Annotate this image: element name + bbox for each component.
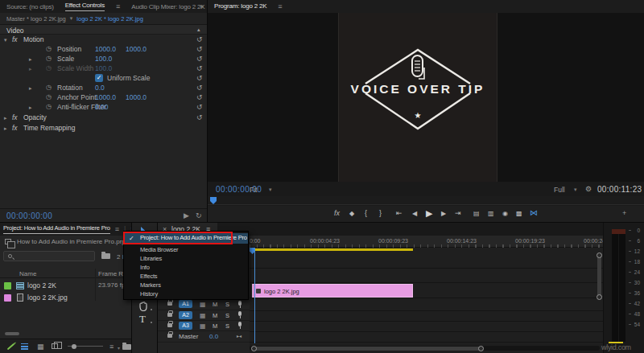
multicam-toggle-button[interactable]: ⋈ — [530, 208, 538, 217]
hand-tool[interactable] — [138, 301, 149, 311]
stopwatch-icon[interactable]: ◷ — [46, 93, 52, 101]
zoom-level-select[interactable]: Fit — [250, 186, 257, 194]
zoom-scrollbar-thumb[interactable] — [253, 347, 482, 351]
scrollbar-knob[interactable] — [597, 252, 602, 258]
program-seek-bar[interactable] — [208, 196, 644, 205]
vertical-scrollbar[interactable] — [597, 255, 601, 298]
panel-menu-icon[interactable]: ≡ — [116, 2, 120, 10]
type-tool[interactable]: T — [139, 313, 146, 326]
timeline-zoom-scrollbar[interactable] — [250, 346, 600, 351]
collapse-section-icon[interactable]: ▴ — [197, 27, 200, 33]
disclosure-closed-icon[interactable]: ▸ — [29, 105, 32, 111]
play-around-icon[interactable]: ▶ — [184, 211, 189, 220]
menu-item-effects[interactable]: Effects — [124, 272, 248, 281]
new-search-bin-icon[interactable] — [101, 253, 110, 259]
solo-button[interactable]: S — [225, 301, 229, 308]
mute-button[interactable]: M — [213, 312, 217, 319]
voiceover-record-mic-icon[interactable] — [238, 322, 242, 326]
mute-button[interactable]: M — [213, 301, 217, 308]
timeline-lanes[interactable]: 00:00 00:00:04:23 00:00:09:23 00:00:14:2… — [250, 236, 603, 343]
menu-item-history[interactable]: History — [124, 289, 248, 298]
tab-project[interactable]: Project: How to Add Audio in Premiere Pr… — [3, 224, 110, 234]
tab-source[interactable]: Source: (no clips) — [6, 3, 54, 10]
panel-menu-icon[interactable]: ≡ — [278, 2, 282, 10]
uniform-scale-checkbox[interactable]: ✓ — [95, 74, 103, 82]
global-fx-mute-button[interactable]: fx — [334, 209, 340, 217]
work-area-bar[interactable] — [252, 248, 413, 251]
tab-audio-clip-mixer[interactable]: Audio Clip Mixer: logo 2 2K — [131, 3, 204, 10]
disclosure-closed-icon[interactable]: ▸ — [4, 115, 7, 121]
disclosure-open-icon[interactable]: ▾ — [4, 37, 7, 43]
source-assign-a1-button[interactable]: A1 — [179, 300, 192, 308]
playhead-line[interactable] — [254, 248, 255, 343]
playback-resolution-select[interactable]: Full — [554, 186, 565, 194]
step-forward-button[interactable]: ▶ — [441, 210, 446, 217]
play-button[interactable]: ▶ — [426, 208, 432, 219]
column-name[interactable]: Name — [19, 270, 36, 277]
search-input[interactable] — [3, 251, 95, 261]
reset-icon[interactable]: ↺ — [196, 74, 203, 82]
zoom-slider[interactable] — [68, 346, 103, 347]
zoom-handle-right[interactable] — [478, 346, 484, 351]
anchor-x-value[interactable]: 1000.0 — [95, 93, 116, 101]
list-view-button[interactable] — [21, 343, 28, 350]
scale-value[interactable]: 100.0 — [95, 55, 112, 63]
source-assign-a3-button[interactable]: A3 — [179, 322, 192, 330]
go-to-in-button[interactable]: ⇤ — [396, 209, 402, 217]
label-color-chip[interactable] — [4, 282, 11, 289]
collapse-arrows-icon[interactable]: ▸◂ — [237, 333, 242, 339]
effect-row-motion[interactable]: ▾ fx Motion ↺ — [0, 35, 207, 45]
lock-icon[interactable] — [167, 334, 172, 338]
menu-item-libraries[interactable]: Libraries — [124, 254, 248, 263]
reset-icon[interactable]: ↺ — [196, 103, 203, 111]
chevron-down-icon[interactable]: ▾ — [269, 187, 272, 193]
master-gain-value[interactable]: 0.0 — [209, 333, 218, 340]
stopwatch-icon[interactable]: ◷ — [46, 103, 52, 110]
voiceover-record-mic-icon[interactable] — [238, 301, 242, 306]
lock-icon[interactable] — [167, 323, 172, 327]
track-output-icon[interactable]: ▦ — [200, 312, 206, 319]
step-back-button[interactable]: ◀ — [412, 210, 417, 217]
reset-icon[interactable]: ↺ — [196, 35, 203, 43]
tab-overflow-chevron-icon[interactable]: » — [200, 2, 204, 10]
zoom-handle-left[interactable] — [251, 346, 257, 351]
zoom-slider-knob[interactable] — [72, 344, 76, 349]
disclosure-closed-icon[interactable]: ▸ — [4, 125, 7, 132]
track-output-icon[interactable]: ▦ — [200, 322, 206, 330]
export-frame-button[interactable]: ◉ — [502, 210, 508, 217]
solo-button[interactable]: S — [225, 312, 229, 319]
reset-icon[interactable]: ↺ — [196, 93, 203, 101]
scrollbar-knob[interactable] — [597, 294, 602, 300]
position-y-value[interactable]: 1000.0 — [126, 45, 147, 53]
reset-icon[interactable]: ↺ — [196, 84, 203, 92]
project-item-sequence[interactable]: logo 2 2K 23.976 fp — [0, 280, 131, 291]
timeline-clip[interactable]: logo 2 2K.jpg — [252, 284, 413, 298]
mute-button[interactable]: M — [213, 322, 217, 330]
label-color-chip[interactable] — [4, 294, 11, 302]
icon-view-button[interactable]: ▦ — [37, 343, 44, 350]
reset-icon[interactable]: ↺ — [196, 55, 203, 63]
anti-flicker-value[interactable]: 0.00 — [95, 103, 109, 111]
menu-item-media-browser[interactable]: Media Browser — [124, 245, 248, 254]
playhead-marker[interactable] — [210, 197, 217, 204]
new-bin-icon[interactable] — [122, 344, 131, 350]
effect-row-opacity[interactable]: ▸ fx Opacity ↺ — [0, 113, 207, 123]
lift-button[interactable]: ▤ — [473, 210, 480, 217]
go-to-out-button[interactable]: ⇥ — [455, 209, 461, 217]
button-editor-plus-icon[interactable]: + — [622, 209, 626, 217]
settings-wrench-icon[interactable]: ⚙ — [585, 185, 592, 193]
track-output-icon[interactable]: ▦ — [200, 301, 206, 308]
freeform-view-button[interactable] — [52, 343, 58, 349]
video-section-header[interactable]: Video ▴ — [0, 25, 207, 35]
mark-in-button[interactable]: { — [365, 209, 367, 217]
reset-icon[interactable]: ↺ — [196, 64, 203, 72]
time-ruler[interactable]: 00:00 00:00:04:23 00:00:09:23 00:00:14:2… — [250, 236, 603, 248]
solo-button[interactable]: S — [225, 322, 229, 330]
tab-effect-controls[interactable]: Effect Controls — [65, 2, 105, 11]
ec-timecode[interactable]: 00:00:00:00 — [6, 211, 52, 220]
add-marker-button[interactable]: ◆ — [349, 210, 354, 217]
stopwatch-icon[interactable]: ◷ — [46, 55, 52, 62]
horizontal-scrollbar[interactable] — [5, 332, 19, 335]
reset-icon[interactable]: ↺ — [196, 45, 203, 53]
rotation-value[interactable]: 0.0 — [95, 84, 105, 92]
